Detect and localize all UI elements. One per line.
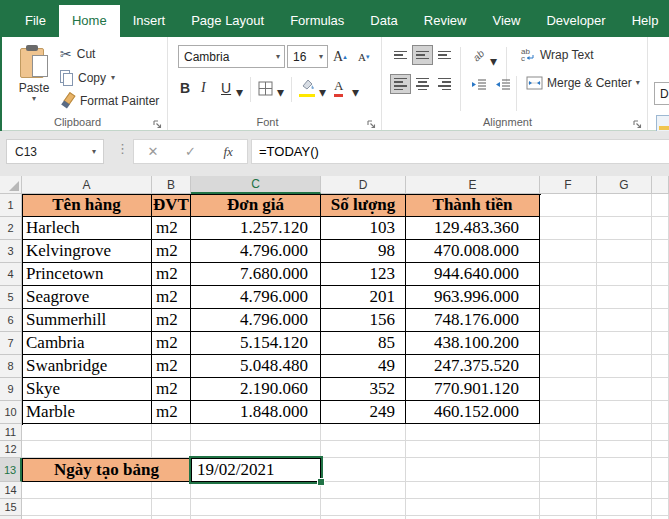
cell-E6[interactable]: 748.176.000 xyxy=(406,309,540,332)
cell-C2[interactable]: 1.257.120 xyxy=(191,217,321,240)
borders-dropdown-caret[interactable]: ▾ xyxy=(277,81,284,103)
cell-G13[interactable] xyxy=(597,458,652,482)
cell-F14[interactable] xyxy=(540,482,597,499)
cell-H1[interactable] xyxy=(652,194,669,217)
row-header-1[interactable]: 1 xyxy=(0,194,22,217)
cell-F8[interactable] xyxy=(540,355,597,378)
cell-G9[interactable] xyxy=(597,378,652,401)
cell-H11[interactable] xyxy=(652,424,669,441)
cell-H14[interactable] xyxy=(652,482,669,499)
cell-E7[interactable]: 438.100.200 xyxy=(406,332,540,355)
orientation-button[interactable]: ab xyxy=(468,45,489,65)
decrease-indent-button[interactable] xyxy=(468,74,489,94)
cell-E8[interactable]: 247.375.520 xyxy=(406,355,540,378)
font-size-caret[interactable]: ▾ xyxy=(315,52,327,61)
cell-F1[interactable] xyxy=(540,194,597,217)
copy-button[interactable]: Copy ▾ xyxy=(60,70,115,85)
cell-H8[interactable] xyxy=(652,355,669,378)
cell-E3[interactable]: 470.008.000 xyxy=(406,240,540,263)
paste-dropdown-caret[interactable]: ▾ xyxy=(10,95,58,103)
cell-A3[interactable]: Kelvingrove xyxy=(22,240,152,263)
cell-E13[interactable] xyxy=(406,458,540,482)
column-header-partial[interactable] xyxy=(652,176,669,194)
cell-G5[interactable] xyxy=(597,286,652,309)
cell-F11[interactable] xyxy=(540,424,597,441)
cell-B2[interactable]: m2 xyxy=(152,217,191,240)
paste-button[interactable]: Paste ▾ xyxy=(10,43,58,121)
formula-bar-drag-handle[interactable]: ⋮ xyxy=(116,141,129,156)
merge-center-dropdown-caret[interactable]: ▾ xyxy=(636,79,640,87)
cell-A8[interactable]: Swanbridge xyxy=(22,355,152,378)
cell-F2[interactable] xyxy=(540,217,597,240)
enter-button[interactable]: ✓ xyxy=(172,144,210,159)
cell-C10[interactable]: 1.848.000 xyxy=(191,401,321,424)
cell-C11[interactable] xyxy=(191,424,321,441)
cell-E12[interactable] xyxy=(406,441,540,458)
cell-F4[interactable] xyxy=(540,263,597,286)
cell-E15[interactable] xyxy=(406,499,540,516)
decrease-font-size-button[interactable]: A▾ xyxy=(358,46,369,68)
cell-D7[interactable]: 85 xyxy=(321,332,406,355)
fill-color-button[interactable] xyxy=(299,75,315,97)
italic-button[interactable]: I xyxy=(201,77,206,99)
cell-G1[interactable] xyxy=(597,194,652,217)
cell-H7[interactable] xyxy=(652,332,669,355)
cell-A12[interactable] xyxy=(22,441,152,458)
cell-C6[interactable]: 4.796.000 xyxy=(191,309,321,332)
cell-F10[interactable] xyxy=(540,401,597,424)
row-header-11[interactable]: 11 xyxy=(0,424,22,441)
cell-G12[interactable] xyxy=(597,441,652,458)
cell-B6[interactable]: m2 xyxy=(152,309,191,332)
merge-center-button[interactable]: Merge & Center ▾ xyxy=(526,76,640,90)
cell-H13[interactable] xyxy=(652,458,669,482)
cell-E5[interactable]: 963.996.000 xyxy=(406,286,540,309)
cell-D4[interactable]: 123 xyxy=(321,263,406,286)
cell-H2[interactable] xyxy=(652,217,669,240)
row-header-12[interactable]: 12 xyxy=(0,441,22,458)
cell-G6[interactable] xyxy=(597,309,652,332)
column-header-F[interactable]: F xyxy=(540,176,597,194)
row-header-3[interactable]: 3 xyxy=(0,240,22,263)
cell-E2[interactable]: 129.483.360 xyxy=(406,217,540,240)
name-box-caret[interactable]: ▾ xyxy=(85,147,103,156)
tab-page-layout[interactable]: Page Layout xyxy=(178,5,277,37)
column-header-G[interactable]: G xyxy=(597,176,652,194)
cell-H4[interactable] xyxy=(652,263,669,286)
tab-home[interactable]: Home xyxy=(59,5,120,37)
row-header-5[interactable]: 5 xyxy=(0,286,22,309)
cell-F13[interactable] xyxy=(540,458,597,482)
cell-D8[interactable]: 49 xyxy=(321,355,406,378)
cell-A13-merged-label[interactable]: Ngày tạo bảng xyxy=(22,458,191,482)
font-size-combo[interactable]: 16 ▾ xyxy=(287,45,328,68)
cell-B11[interactable] xyxy=(152,424,191,441)
tab-developer[interactable]: Developer xyxy=(533,5,618,37)
cell-H12[interactable] xyxy=(652,441,669,458)
cell-C4[interactable]: 7.680.000 xyxy=(191,263,321,286)
cell-E1[interactable]: Thành tiền xyxy=(406,194,540,217)
cell-D6[interactable]: 156 xyxy=(321,309,406,332)
wrap-text-button[interactable]: ab c Wrap Text xyxy=(520,47,594,62)
align-right-button[interactable] xyxy=(434,74,455,94)
tab-data[interactable]: Data xyxy=(357,5,410,37)
font-color-dropdown-caret[interactable]: ▾ xyxy=(352,81,359,103)
cell-E4[interactable]: 944.640.000 xyxy=(406,263,540,286)
cell-D1[interactable]: Số lượng xyxy=(321,194,406,217)
font-color-button[interactable]: A xyxy=(334,75,343,97)
cell-F9[interactable] xyxy=(540,378,597,401)
align-left-button[interactable] xyxy=(390,74,411,94)
cut-button[interactable]: ✂ Cut xyxy=(60,47,95,61)
column-header-C[interactable]: C xyxy=(191,176,321,194)
cell-C13[interactable]: 19/02/2021 xyxy=(191,458,321,482)
row-header-8[interactable]: 8 xyxy=(0,355,22,378)
align-center-button[interactable] xyxy=(412,74,433,94)
cell-G7[interactable] xyxy=(597,332,652,355)
cell-G15[interactable] xyxy=(597,499,652,516)
insert-function-button[interactable]: fx xyxy=(209,144,247,160)
cell-C12[interactable] xyxy=(191,441,321,458)
orientation-dropdown-caret[interactable]: ▾ xyxy=(490,50,497,72)
cell-D5[interactable]: 201 xyxy=(321,286,406,309)
cell-F5[interactable] xyxy=(540,286,597,309)
cell-F7[interactable] xyxy=(540,332,597,355)
cell-D14[interactable] xyxy=(321,482,406,499)
cell-D15[interactable] xyxy=(321,499,406,516)
